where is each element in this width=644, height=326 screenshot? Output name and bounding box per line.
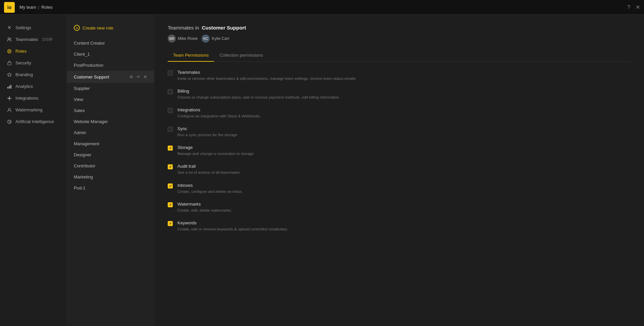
permission-watermarks-text: Watermarks Create, edit, delete watermar… <box>177 202 232 213</box>
sidebar-item-settings[interactable]: ✕ Settings <box>0 21 67 34</box>
role-item-admin[interactable]: Admin <box>67 127 154 138</box>
permission-billing: Billing Choose or change subscription pl… <box>168 89 631 100</box>
role-item-customer-support-label: Customer Support <box>74 74 109 79</box>
avatar-row: MR Mike Rowe KC Kylie Carr <box>168 35 631 43</box>
sidebar-item-branding[interactable]: Branding <box>0 69 67 80</box>
create-new-role-button[interactable]: + Create new role <box>67 21 154 38</box>
avatar-mike-rowe: MR Mike Rowe <box>168 35 198 43</box>
permission-keywords-text: Keywords Create, edit or remove keywords… <box>177 220 288 232</box>
watermarking-icon <box>7 108 12 112</box>
help-icon[interactable]: ? <box>627 4 630 10</box>
ai-icon <box>7 119 12 124</box>
role-item-content-creator[interactable]: Content Creator <box>67 38 154 49</box>
permission-teammates: Teammates Invite or remove other teammat… <box>168 70 631 81</box>
roles-icon <box>7 49 12 54</box>
sidebar-item-roles[interactable]: Roles <box>0 45 67 57</box>
tab-team-permissions[interactable]: Team Permissions <box>168 49 214 62</box>
permission-billing-name: Billing <box>177 89 339 94</box>
permission-billing-desc: Choose or change subscription plans, add… <box>177 95 339 100</box>
analytics-icon <box>7 84 12 89</box>
svg-rect-7 <box>10 85 11 89</box>
tab-collection-permissions-label: Collection permissions <box>219 53 263 58</box>
avatar-circle-mike: MR <box>168 35 176 43</box>
permission-keywords-checkbox[interactable] <box>168 221 173 226</box>
breadcrumb-my-team[interactable]: My team <box>19 5 36 10</box>
role-item-view[interactable]: View <box>67 94 154 105</box>
sidebar: ✕ Settings Teammates12/100 Roles Securit… <box>0 15 67 326</box>
role-item-website-manager[interactable]: Website Manager <box>67 116 154 127</box>
role-item-sales[interactable]: Sales <box>67 105 154 116</box>
role-item-postproduction-label: PostProduction <box>74 63 103 68</box>
svg-point-2 <box>8 49 11 53</box>
teammates-title: Teammates in Customer Support <box>168 25 631 31</box>
permission-integrations: Integrations Configure an integration wi… <box>168 107 631 119</box>
teammates-badge: 12/100 <box>42 38 52 41</box>
permission-storage-text: Storage Manage and change a connection t… <box>177 145 254 156</box>
permission-teammates-desc: Invite or remove other teammates & edit … <box>177 76 356 81</box>
settings-icon: ✕ <box>7 25 12 30</box>
role-item-client1[interactable]: Client_1 <box>67 49 154 60</box>
role-item-content-creator-label: Content Creator <box>74 41 105 46</box>
permission-teammates-checkbox[interactable] <box>168 70 173 75</box>
role-item-view-label: View <box>74 97 83 102</box>
breadcrumb-roles: Roles <box>41 5 52 10</box>
sidebar-item-teammates-label: Teammates <box>15 37 38 42</box>
role-item-management[interactable]: Management <box>67 138 154 149</box>
sidebar-item-watermarking-label: Watermarking <box>15 107 42 112</box>
permission-integrations-desc: Configure an integration with Slack & We… <box>177 113 261 119</box>
sidebar-item-security[interactable]: Security <box>0 57 67 69</box>
sidebar-item-integrations[interactable]: Integrations <box>0 92 67 104</box>
role-item-designer[interactable]: Designer <box>67 149 154 160</box>
sidebar-item-teammates[interactable]: Teammates12/100 <box>0 34 67 45</box>
permission-sync-checkbox[interactable] <box>168 127 173 132</box>
avatar-kylie-carr: KC Kylie Carr <box>202 35 229 43</box>
permission-watermarks-checkbox[interactable] <box>168 202 173 207</box>
permission-keywords-name: Keywords <box>177 220 288 225</box>
tab-collection-permissions[interactable]: Collection permissions <box>214 49 268 62</box>
sidebar-item-analytics[interactable]: Analytics <box>0 80 67 92</box>
svg-point-1 <box>10 38 11 39</box>
sidebar-item-integrations-label: Integrations <box>15 96 38 101</box>
branding-icon <box>7 72 12 77</box>
role-edit-button[interactable]: ✏ <box>136 74 141 80</box>
role-item-contributor[interactable]: Contributor <box>67 160 154 171</box>
permission-storage-name: Storage <box>177 145 254 150</box>
breadcrumb-separator: | <box>38 5 39 10</box>
permission-teammates-name: Teammates <box>177 70 356 75</box>
svg-rect-5 <box>7 87 8 89</box>
permission-inboxes-checkbox[interactable] <box>168 183 173 188</box>
permission-integrations-checkbox[interactable] <box>168 108 173 113</box>
role-item-contributor-label: Contributor <box>74 163 95 168</box>
role-delete-button[interactable]: ✕ <box>143 74 147 79</box>
permission-storage-checkbox[interactable] <box>168 146 173 151</box>
app-logo: io <box>4 2 15 13</box>
permission-sync-text: Sync Run a sync process for the storage <box>177 126 237 138</box>
role-item-postproduction[interactable]: PostProduction <box>67 60 154 71</box>
role-item-supplier-label: Supplier <box>74 86 90 91</box>
permission-audit-trail-text: Audit trail See a lot of actions of all … <box>177 164 239 175</box>
permission-inboxes: Inboxes Create, configure and delete an … <box>168 183 631 194</box>
permission-audit-trail: Audit trail See a lot of actions of all … <box>168 164 631 175</box>
sidebar-item-ai[interactable]: Artificial Intelligence <box>0 116 67 127</box>
role-item-customer-support[interactable]: Customer Support ⧉ ✏ ✕ <box>67 71 154 83</box>
role-item-marketing[interactable]: Marketing <box>67 171 154 182</box>
role-duplicate-button[interactable]: ⧉ <box>129 74 134 80</box>
permission-audit-trail-checkbox[interactable] <box>168 164 173 169</box>
svg-rect-6 <box>9 86 10 89</box>
permission-audit-trail-name: Audit trail <box>177 164 239 169</box>
role-item-pod1[interactable]: Pod-1 <box>67 182 154 194</box>
permission-inboxes-text: Inboxes Create, configure and delete an … <box>177 183 243 194</box>
permission-inboxes-name: Inboxes <box>177 183 243 188</box>
teammates-title-prefix: Teammates in <box>168 25 199 31</box>
sidebar-item-branding-label: Branding <box>15 72 33 77</box>
role-item-admin-label: Admin <box>74 130 86 135</box>
sidebar-item-watermarking[interactable]: Watermarking <box>0 104 67 116</box>
integrations-icon <box>7 96 12 101</box>
permission-integrations-name: Integrations <box>177 107 261 112</box>
role-item-supplier[interactable]: Supplier <box>67 83 154 94</box>
svg-point-9 <box>8 108 10 110</box>
role-title: Customer Support <box>202 25 246 31</box>
permission-billing-checkbox[interactable] <box>168 89 173 94</box>
tabs: Team Permissions Collection permissions <box>168 49 631 62</box>
close-icon[interactable]: ✕ <box>636 4 640 10</box>
